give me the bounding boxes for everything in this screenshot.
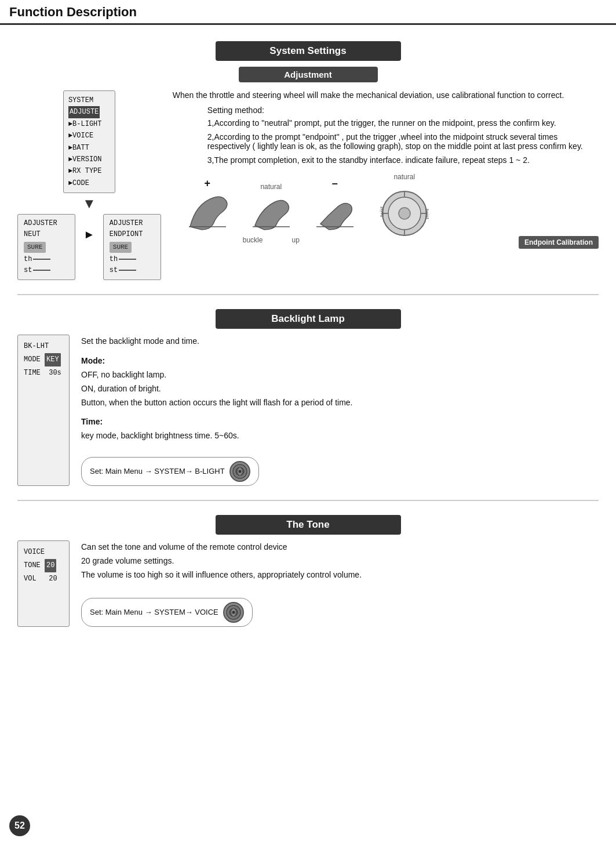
- backlight-area: BK-LHT MODE KEY TIME 30s Set the backlig…: [17, 335, 599, 486]
- trigger-natural: natural: [248, 183, 294, 233]
- trigger-minus: –: [312, 177, 358, 233]
- step2: 2,According to the prompt "endpoint" , p…: [207, 132, 599, 151]
- backlight-menu-box: BK-LHT MODE KEY TIME 30s: [17, 335, 70, 486]
- page-number: 52: [9, 815, 30, 836]
- tone-area: VOICE TONE 20 VOL 20 Can set the tone an…: [17, 540, 599, 627]
- adjustment-desc1: When the throttle and steering wheel wil…: [173, 90, 599, 100]
- svg-point-14: [238, 470, 241, 473]
- svg-point-5: [399, 208, 410, 219]
- tone-header: The Tone: [216, 515, 401, 535]
- tone-menu-box: VOICE TONE 20 VOL 20: [17, 540, 70, 627]
- trigger-plus: +: [184, 177, 231, 233]
- svg-point-17: [232, 611, 235, 614]
- mode-line1: OFF, no backlight lamp.: [81, 368, 599, 382]
- buckle-label: buckle: [243, 236, 263, 244]
- page-header: Function Description: [0, 0, 616, 25]
- up-label: up: [291, 236, 299, 244]
- system-settings-header: System Settings: [216, 41, 401, 61]
- arrow-right-icon: ►: [83, 214, 95, 241]
- time-desc: key mode, backlight brightness time. 5~6…: [81, 429, 599, 443]
- natural-label2: natural: [393, 173, 415, 181]
- backlight-desc: Set the backlight mode and time.: [81, 335, 599, 349]
- adjustment-header: Adjustment: [239, 67, 378, 82]
- backlight-header: Backlight Lamp: [216, 309, 401, 329]
- knob-icon-backlight: [229, 461, 250, 482]
- tone-desc2: 20 grade volume settings.: [81, 554, 599, 568]
- step1: 1,According to "neutral" prompt, put the…: [207, 118, 599, 128]
- arrow-down-icon: ▼: [82, 195, 96, 212]
- backlight-text: Set the backlight mode and time. Mode: O…: [81, 335, 599, 486]
- tone-text: Can set the tone and volume of the remot…: [81, 540, 599, 627]
- adjuster-neut-box: ADJUSTER NEUT SURE th st: [17, 214, 75, 280]
- tone-set-label: Set: Main Menu → SYSTEM→ VOICE: [81, 598, 253, 627]
- tone-desc3: The volume is too high so it will influe…: [81, 568, 599, 582]
- svg-text:twist: twist: [424, 209, 430, 219]
- endpoint-calibration-label: Endpoint Calibration: [519, 233, 599, 249]
- mode-title: Mode:: [81, 354, 599, 368]
- tone-desc1: Can set the tone and volume of the remot…: [81, 540, 599, 554]
- adjuster-endpiont-box: ADJUSTER ENDPIONT SURE th st: [103, 214, 161, 280]
- plus-label: +: [205, 177, 211, 190]
- system-menu-box: SYSTEM ADJUSTE ►B-LIGHT ►VOICE ►BATT ►VE…: [63, 90, 115, 193]
- svg-text:twist: twist: [379, 206, 385, 217]
- mode-line3: Button, when the button action occurs th…: [81, 396, 599, 410]
- mode-line2: ON, duration of bright.: [81, 382, 599, 396]
- time-title: Time:: [81, 415, 599, 429]
- step3: 3,The prompt completion, exit to the sta…: [207, 155, 599, 165]
- knob-icon-tone: [223, 602, 244, 623]
- backlight-set-label: Set: Main Menu → SYSTEM→ B-LIGHT: [81, 457, 259, 486]
- minus-label: –: [332, 177, 338, 190]
- setting-method: Setting method:: [207, 106, 599, 115]
- wheel-diagram: twist twist: [376, 184, 433, 244]
- page-title: Function Description: [9, 5, 137, 20]
- adjuster-pair: ADJUSTER NEUT SURE th st ► ADJUSTER ENDP…: [17, 214, 161, 280]
- natural-label1: natural: [260, 183, 282, 191]
